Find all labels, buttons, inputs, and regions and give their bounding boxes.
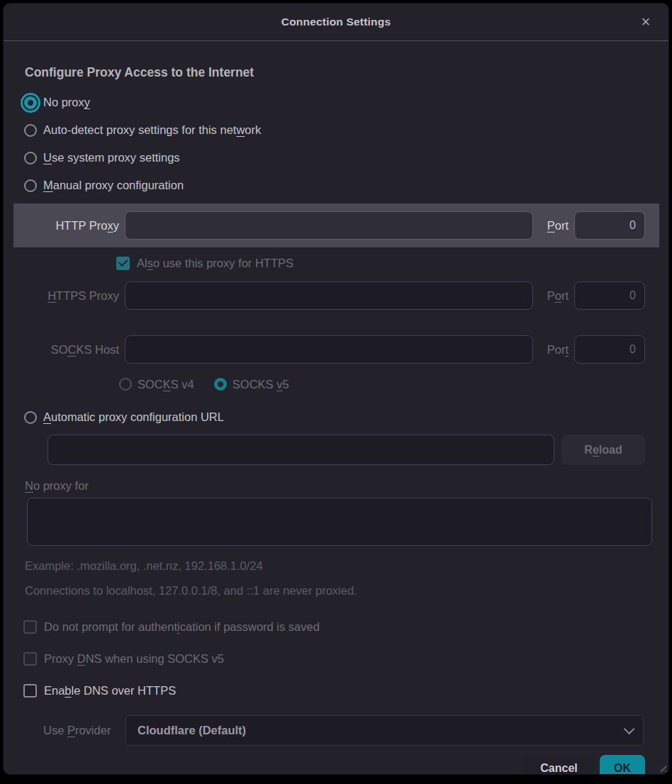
dialog-title: Connection Settings	[281, 16, 391, 28]
radio-no-proxy[interactable]: No proxy	[4, 89, 668, 116]
http-proxy-row: HTTP Proxy Port	[13, 211, 659, 240]
no-proxy-for-textarea[interactable]	[27, 498, 652, 546]
radio-autoconfig-url[interactable]: Automatic proxy configuration URL	[4, 403, 668, 431]
checkbox-icon	[23, 652, 37, 666]
https-port-label: Port	[540, 289, 569, 303]
checkbox-icon	[23, 684, 37, 698]
http-port-label: Port	[540, 219, 569, 233]
use-provider-label: Use Provider	[43, 724, 120, 737]
radio-socks-v4-label: SOCKS v4	[138, 378, 194, 391]
checkbox-also-https-label: Also use this proxy for HTTPS	[137, 257, 293, 270]
radio-socks-v4[interactable]: SOCKS v4	[119, 378, 194, 391]
http-port-input[interactable]	[574, 211, 645, 240]
page-title: Configure Proxy Access to the Internet	[25, 65, 647, 80]
dialog-footer: Cancel OK	[4, 755, 668, 775]
close-icon[interactable]: ×	[636, 12, 656, 32]
radio-manual-proxy-label: Manual proxy configuration	[43, 179, 184, 192]
socks-port-label: Port	[540, 343, 569, 357]
http-proxy-row-highlight: HTTP Proxy Port	[13, 203, 659, 247]
socks-version-group: SOCKS v4 SOCKS v5	[4, 374, 668, 394]
socks-host-row: SOCKS Host Port	[4, 335, 668, 364]
checkbox-also-https[interactable]: Also use this proxy for HTTPS	[4, 254, 668, 273]
socks-host-input[interactable]	[125, 335, 533, 364]
radio-button-icon	[24, 124, 37, 137]
checkbox-checked-icon	[116, 257, 130, 270]
doh-provider-row: Use Provider Cloudflare (Default)	[4, 715, 668, 746]
checkbox-enable-doh[interactable]: Enable DNS over HTTPS	[4, 680, 668, 701]
close-glyph: ×	[642, 14, 651, 30]
connection-settings-dialog: Connection Settings × Configure Proxy Ac…	[3, 3, 669, 775]
checkbox-proxy-dns-label: Proxy DNS when using SOCKS v5	[44, 652, 224, 666]
radio-button-icon	[119, 378, 132, 391]
autoconfig-url-row: Reload	[4, 435, 668, 465]
socks-port-input[interactable]	[574, 335, 645, 364]
radio-use-system[interactable]: Use system proxy settings	[4, 144, 668, 172]
https-proxy-input[interactable]	[125, 281, 533, 310]
checkbox-enable-doh-label: Enable DNS over HTTPS	[44, 684, 176, 698]
checkbox-no-prompt-auth-label: Do not prompt for authentication if pass…	[44, 620, 320, 634]
https-port-input[interactable]	[574, 281, 645, 310]
radio-manual-proxy[interactable]: Manual proxy configuration	[4, 172, 668, 199]
https-proxy-row: HTTPS Proxy Port	[4, 281, 668, 310]
radio-auto-detect[interactable]: Auto-detect proxy settings for this netw…	[4, 116, 668, 144]
autoconfig-url-input[interactable]	[47, 435, 554, 465]
radio-button-icon	[214, 378, 227, 391]
radio-use-system-label: Use system proxy settings	[43, 151, 180, 164]
dialog-titlebar: Connection Settings ×	[4, 4, 668, 41]
provider-selected-value: Cloudflare (Default)	[138, 724, 624, 737]
socks-host-label: SOCKS Host	[25, 343, 119, 357]
provider-select[interactable]: Cloudflare (Default)	[125, 715, 644, 746]
radio-auto-detect-label: Auto-detect proxy settings for this netw…	[43, 123, 261, 137]
https-proxy-label: HTTPS Proxy	[25, 289, 119, 303]
radio-button-icon	[24, 411, 37, 424]
http-proxy-label: HTTP Proxy	[25, 219, 119, 233]
radio-socks-v5-label: SOCKS v5	[233, 378, 289, 391]
checkbox-icon	[23, 620, 37, 634]
http-proxy-input[interactable]	[125, 211, 533, 240]
checkbox-proxy-dns[interactable]: Proxy DNS when using SOCKS v5	[4, 648, 668, 669]
cancel-button[interactable]: Cancel	[525, 755, 593, 775]
radio-socks-v5[interactable]: SOCKS v5	[214, 378, 289, 391]
no-proxy-for-label: No proxy for	[25, 479, 647, 493]
reload-button[interactable]: Reload	[561, 435, 645, 465]
ok-button[interactable]: OK	[600, 755, 645, 775]
radio-button-icon	[24, 152, 37, 164]
no-proxy-example-text: Example: .mozilla.org, .net.nz, 192.168.…	[25, 559, 647, 573]
checkbox-no-prompt-auth[interactable]: Do not prompt for authentication if pass…	[4, 616, 668, 637]
chevron-down-icon	[624, 724, 635, 735]
radio-button-icon	[24, 96, 37, 109]
radio-button-icon	[24, 179, 37, 192]
localhost-note-text: Connections to localhost, 127.0.0.1/8, a…	[25, 584, 647, 598]
radio-no-proxy-label: No proxy	[43, 96, 90, 109]
radio-autoconfig-url-label: Automatic proxy configuration URL	[43, 410, 224, 424]
options-checkbox-group: Do not prompt for authentication if pass…	[4, 616, 668, 701]
